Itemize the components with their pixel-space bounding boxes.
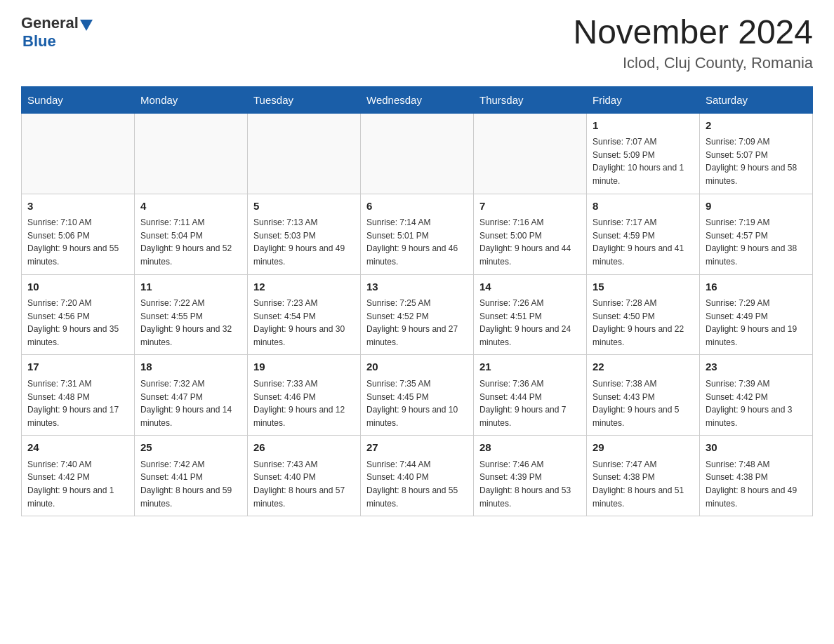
calendar-cell: 24Sunrise: 7:40 AMSunset: 4:42 PMDayligh… [22, 436, 135, 516]
calendar-cell: 20Sunrise: 7:35 AMSunset: 4:45 PMDayligh… [361, 355, 474, 436]
day-info: Sunrise: 7:42 AMSunset: 4:41 PMDaylight:… [140, 458, 241, 510]
day-info: Sunrise: 7:25 AMSunset: 4:52 PMDaylight:… [366, 297, 468, 349]
calendar-cell: 10Sunrise: 7:20 AMSunset: 4:56 PMDayligh… [22, 274, 135, 355]
day-info: Sunrise: 7:40 AMSunset: 4:42 PMDaylight:… [27, 458, 128, 510]
calendar-cell: 6Sunrise: 7:14 AMSunset: 5:01 PMDaylight… [361, 194, 474, 274]
weekday-header-friday: Friday [587, 86, 700, 113]
day-number: 26 [253, 440, 355, 456]
day-number: 4 [140, 199, 241, 215]
day-info: Sunrise: 7:33 AMSunset: 4:46 PMDaylight:… [253, 377, 355, 429]
day-number: 16 [706, 279, 807, 295]
calendar-cell: 12Sunrise: 7:23 AMSunset: 4:54 PMDayligh… [248, 274, 361, 355]
day-number: 15 [593, 279, 694, 295]
day-info: Sunrise: 7:36 AMSunset: 4:44 PMDaylight:… [479, 377, 581, 429]
day-info: Sunrise: 7:14 AMSunset: 5:01 PMDaylight:… [366, 216, 468, 268]
calendar-cell: 5Sunrise: 7:13 AMSunset: 5:03 PMDaylight… [248, 194, 361, 274]
calendar-cell: 25Sunrise: 7:42 AMSunset: 4:41 PMDayligh… [135, 436, 248, 516]
calendar-cell: 9Sunrise: 7:19 AMSunset: 4:57 PMDaylight… [700, 194, 813, 274]
calendar-cell: 26Sunrise: 7:43 AMSunset: 4:40 PMDayligh… [248, 436, 361, 516]
day-info: Sunrise: 7:19 AMSunset: 4:57 PMDaylight:… [706, 216, 807, 268]
day-number: 2 [706, 118, 807, 134]
day-number: 5 [253, 199, 355, 215]
day-number: 13 [366, 279, 468, 295]
week-row-4: 17Sunrise: 7:31 AMSunset: 4:48 PMDayligh… [22, 355, 813, 436]
month-title: November 2024 [573, 14, 813, 51]
location-title: Iclod, Cluj County, Romania [573, 54, 813, 72]
calendar-cell: 3Sunrise: 7:10 AMSunset: 5:06 PMDaylight… [22, 194, 135, 274]
day-info: Sunrise: 7:47 AMSunset: 4:38 PMDaylight:… [593, 458, 694, 510]
calendar-cell: 4Sunrise: 7:11 AMSunset: 5:04 PMDaylight… [135, 194, 248, 274]
weekday-header-tuesday: Tuesday [248, 86, 361, 113]
calendar-cell [22, 113, 135, 194]
logo-blue-text: Blue [22, 32, 56, 51]
day-info: Sunrise: 7:46 AMSunset: 4:39 PMDaylight:… [479, 458, 581, 510]
calendar-cell: 22Sunrise: 7:38 AMSunset: 4:43 PMDayligh… [587, 355, 700, 436]
day-info: Sunrise: 7:35 AMSunset: 4:45 PMDaylight:… [366, 377, 468, 429]
day-info: Sunrise: 7:44 AMSunset: 4:40 PMDaylight:… [366, 458, 468, 510]
weekday-header-wednesday: Wednesday [361, 86, 474, 113]
weekday-header-sunday: Sunday [22, 86, 135, 113]
day-info: Sunrise: 7:38 AMSunset: 4:43 PMDaylight:… [593, 377, 694, 429]
day-info: Sunrise: 7:31 AMSunset: 4:48 PMDaylight:… [27, 377, 128, 429]
day-number: 1 [593, 118, 694, 134]
day-number: 24 [27, 440, 128, 456]
calendar-cell [135, 113, 248, 194]
header-row: SundayMondayTuesdayWednesdayThursdayFrid… [22, 86, 813, 113]
day-number: 19 [253, 359, 355, 375]
title-section: November 2024 Iclod, Cluj County, Romani… [573, 14, 813, 72]
logo-general-text: General [21, 14, 79, 32]
day-number: 21 [479, 359, 581, 375]
calendar-cell: 17Sunrise: 7:31 AMSunset: 4:48 PMDayligh… [22, 355, 135, 436]
logo-arrow-icon [80, 20, 93, 31]
calendar-cell: 27Sunrise: 7:44 AMSunset: 4:40 PMDayligh… [361, 436, 474, 516]
day-number: 9 [706, 199, 807, 215]
day-number: 20 [366, 359, 468, 375]
calendar-cell: 19Sunrise: 7:33 AMSunset: 4:46 PMDayligh… [248, 355, 361, 436]
calendar-cell: 28Sunrise: 7:46 AMSunset: 4:39 PMDayligh… [474, 436, 587, 516]
page-header: General Blue November 2024 Iclod, Cluj C… [21, 14, 813, 72]
day-number: 6 [366, 199, 468, 215]
calendar-cell: 7Sunrise: 7:16 AMSunset: 5:00 PMDaylight… [474, 194, 587, 274]
calendar-cell: 8Sunrise: 7:17 AMSunset: 4:59 PMDaylight… [587, 194, 700, 274]
day-info: Sunrise: 7:16 AMSunset: 5:00 PMDaylight:… [479, 216, 581, 268]
day-number: 28 [479, 440, 581, 456]
weekday-header-thursday: Thursday [474, 86, 587, 113]
calendar-table: SundayMondayTuesdayWednesdayThursdayFrid… [21, 86, 813, 516]
day-info: Sunrise: 7:23 AMSunset: 4:54 PMDaylight:… [253, 297, 355, 349]
week-row-5: 24Sunrise: 7:40 AMSunset: 4:42 PMDayligh… [22, 436, 813, 516]
day-number: 30 [706, 440, 807, 456]
weekday-header-saturday: Saturday [700, 86, 813, 113]
day-number: 11 [140, 279, 241, 295]
week-row-2: 3Sunrise: 7:10 AMSunset: 5:06 PMDaylight… [22, 194, 813, 274]
day-info: Sunrise: 7:20 AMSunset: 4:56 PMDaylight:… [27, 297, 128, 349]
calendar-cell: 2Sunrise: 7:09 AMSunset: 5:07 PMDaylight… [700, 113, 813, 194]
weekday-header-monday: Monday [135, 86, 248, 113]
day-info: Sunrise: 7:17 AMSunset: 4:59 PMDaylight:… [593, 216, 694, 268]
day-info: Sunrise: 7:39 AMSunset: 4:42 PMDaylight:… [706, 377, 807, 429]
day-info: Sunrise: 7:10 AMSunset: 5:06 PMDaylight:… [27, 216, 128, 268]
day-number: 10 [27, 279, 128, 295]
calendar-cell [474, 113, 587, 194]
day-number: 23 [706, 359, 807, 375]
day-number: 25 [140, 440, 241, 456]
day-number: 3 [27, 199, 128, 215]
calendar-cell: 18Sunrise: 7:32 AMSunset: 4:47 PMDayligh… [135, 355, 248, 436]
day-info: Sunrise: 7:48 AMSunset: 4:38 PMDaylight:… [706, 458, 807, 510]
day-info: Sunrise: 7:26 AMSunset: 4:51 PMDaylight:… [479, 297, 581, 349]
calendar-cell [248, 113, 361, 194]
day-number: 17 [27, 359, 128, 375]
day-number: 8 [593, 199, 694, 215]
day-number: 27 [366, 440, 468, 456]
calendar-cell: 16Sunrise: 7:29 AMSunset: 4:49 PMDayligh… [700, 274, 813, 355]
calendar-cell: 1Sunrise: 7:07 AMSunset: 5:09 PMDaylight… [587, 113, 700, 194]
day-info: Sunrise: 7:28 AMSunset: 4:50 PMDaylight:… [593, 297, 694, 349]
day-number: 29 [593, 440, 694, 456]
day-number: 22 [593, 359, 694, 375]
day-info: Sunrise: 7:43 AMSunset: 4:40 PMDaylight:… [253, 458, 355, 510]
day-info: Sunrise: 7:22 AMSunset: 4:55 PMDaylight:… [140, 297, 241, 349]
calendar-cell: 15Sunrise: 7:28 AMSunset: 4:50 PMDayligh… [587, 274, 700, 355]
day-number: 14 [479, 279, 581, 295]
calendar-cell: 23Sunrise: 7:39 AMSunset: 4:42 PMDayligh… [700, 355, 813, 436]
day-info: Sunrise: 7:07 AMSunset: 5:09 PMDaylight:… [593, 135, 694, 187]
calendar-cell [361, 113, 474, 194]
